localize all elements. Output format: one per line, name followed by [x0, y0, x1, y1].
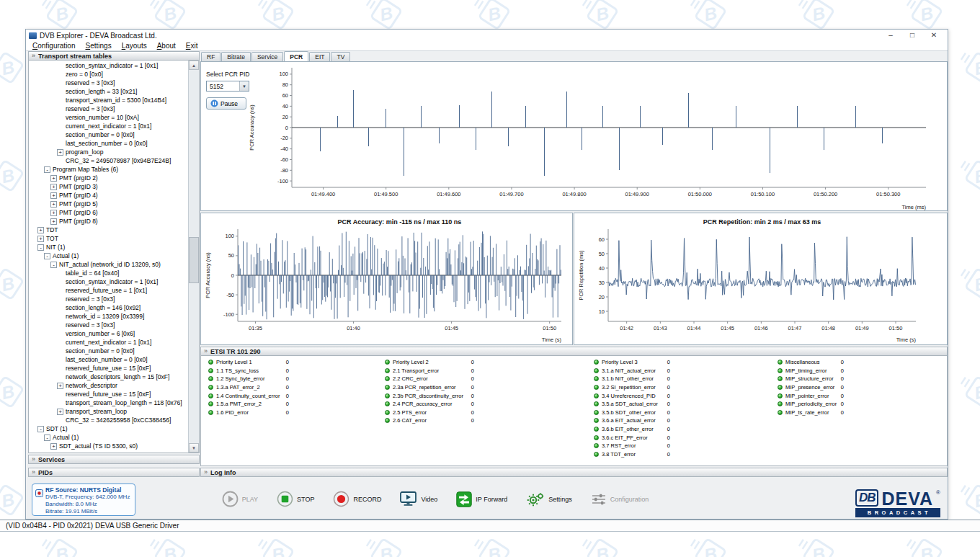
tree-item[interactable]: +TDT — [29, 226, 188, 234]
minimize-button[interactable] — [886, 31, 896, 40]
tree-item[interactable]: network_descriptors_length = 15 [0xF] — [29, 373, 188, 381]
tree-item[interactable]: reserved_future_use = 15 [0xF] — [29, 364, 188, 373]
pcr-pid-select[interactable]: 5152 — [206, 81, 249, 92]
tab-bitrate[interactable]: Bitrate — [221, 52, 251, 61]
pids-panel-header[interactable]: PIDs — [28, 468, 200, 477]
tab-pcr[interactable]: PCR — [284, 51, 308, 61]
tree-item[interactable]: +network_descriptor — [29, 381, 188, 390]
tree-scrollbar[interactable] — [188, 61, 199, 453]
tree-expand-icon[interactable]: + — [37, 227, 44, 233]
tree-item[interactable]: section_number = 0 [0x0] — [29, 130, 188, 139]
tree-item[interactable]: network_id = 13209 [0x3399] — [29, 312, 188, 321]
tree-expand-icon[interactable]: + — [37, 236, 44, 242]
tree-expand-icon[interactable]: + — [57, 383, 63, 389]
log-info-header[interactable]: Log Info — [200, 468, 948, 477]
toolbar-ip-forward-button[interactable]: IP Forward — [456, 491, 507, 507]
tree-expand-icon[interactable]: + — [50, 218, 57, 225]
tree-item[interactable]: CRC_32 = 3426255958 [0xCC388456] — [29, 416, 188, 424]
expand-chevron-icon — [204, 469, 208, 476]
tree-item[interactable]: +PMT (prgID 6) — [29, 208, 188, 217]
tree-expand-icon[interactable]: - — [37, 244, 44, 251]
tree-item[interactable]: section_syntax_indicator = 1 [0x1] — [29, 61, 188, 70]
menu-item-layouts[interactable]: Layouts — [117, 42, 152, 50]
toolbar-settings-button[interactable]: Settings — [526, 491, 572, 507]
tree-item[interactable]: transport_stream_loop_length = 118 [0x76… — [29, 398, 188, 407]
toolbar-record-button[interactable]: RECORD — [333, 491, 381, 507]
maximize-button[interactable] — [907, 31, 917, 40]
tab-tv[interactable]: TV — [331, 52, 350, 61]
tree-item[interactable]: section_syntax_indicator = 1 [0x1] — [29, 277, 188, 286]
toolbar-stop-button[interactable]: STOP — [277, 491, 314, 507]
tree-item[interactable]: -SDT (1) — [29, 424, 188, 433]
tree-item[interactable]: version_number = 10 [0xA] — [29, 113, 188, 122]
tree-item[interactable]: reserved_future_use = 15 [0xF] — [29, 390, 188, 398]
toolbar-video-button[interactable]: Video — [400, 491, 437, 507]
etsi-item: 3.6.c EIT_PF_error0 — [594, 433, 670, 442]
menu-item-settings[interactable]: Settings — [81, 42, 117, 50]
tree-item[interactable]: +TOT — [29, 234, 188, 243]
menu-item-about[interactable]: About — [152, 42, 181, 50]
tree-item[interactable]: +SDT_actual (TS ID 5300, s0) — [29, 442, 188, 450]
log-info-label: Log Info — [210, 469, 236, 476]
tree-item[interactable]: version_number = 6 [0x6] — [29, 329, 188, 338]
tree-item[interactable]: -NIT_actual (network_id ID 13209, s0) — [29, 260, 188, 269]
scroll-down-icon[interactable] — [189, 443, 199, 453]
tree-item[interactable]: reserved_future_use = 1 [0x1] — [29, 286, 188, 295]
tree-item[interactable]: +program_loop — [29, 148, 188, 156]
tree-item[interactable]: section_length = 146 [0x92] — [29, 303, 188, 312]
tree-expand-icon[interactable]: - — [37, 426, 44, 432]
tree-expand-icon[interactable]: + — [50, 175, 57, 182]
tree-item[interactable]: -Actual (1) — [29, 251, 188, 260]
transport-stream-tables-header[interactable]: Transport stream tables — [28, 51, 200, 61]
tree-item[interactable]: section_length = 33 [0x21] — [29, 87, 188, 96]
tree-item[interactable]: reserved = 3 [0x3] — [29, 321, 188, 329]
tree-expand-icon[interactable]: - — [44, 166, 50, 173]
tree-item[interactable]: CRC_32 = 2495078987 [0x94B7E24B] — [29, 156, 188, 165]
menu-item-configuration[interactable]: Configuration — [27, 42, 81, 50]
tree-item[interactable]: +PMT (prgID 2) — [29, 174, 188, 182]
tree-expand-icon[interactable]: + — [50, 184, 57, 190]
tree-expand-icon[interactable]: + — [50, 201, 57, 208]
tree-item[interactable]: -NIT (1) — [29, 243, 188, 251]
tree-item[interactable]: zero = 0 [0x0] — [29, 70, 188, 79]
tree-item[interactable]: last_section_number = 0 [0x0] — [29, 139, 188, 148]
tree-item[interactable]: reserved = 3 [0x3] — [29, 79, 188, 87]
services-panel-header[interactable]: Services — [28, 455, 200, 464]
menu-item-exit[interactable]: Exit — [181, 42, 203, 50]
tree-item[interactable]: +PMT (prgID 3) — [29, 182, 188, 191]
tab-eit[interactable]: EIT — [309, 52, 330, 61]
scroll-thumb[interactable] — [189, 237, 199, 283]
tree-item[interactable]: current_next_indicator = 1 [0x1] — [29, 338, 188, 347]
tab-service[interactable]: Service — [251, 52, 283, 61]
scroll-up-icon[interactable] — [189, 61, 199, 70]
close-button[interactable] — [929, 31, 939, 40]
pause-button[interactable]: Pause — [206, 97, 246, 110]
tree-item[interactable]: table_id = 64 [0x40] — [29, 269, 188, 277]
tree-expand-icon[interactable]: + — [50, 192, 57, 199]
status-led-icon — [778, 385, 783, 390]
ip-forward-icon — [456, 491, 472, 507]
tree-expand-icon[interactable]: - — [44, 253, 50, 259]
etsi-panel-header[interactable]: ETSI TR 101 290 — [200, 347, 948, 356]
tree-item[interactable]: +transport_stream_loop — [29, 407, 188, 416]
tree-item[interactable]: +PMT (prgID 4) — [29, 191, 188, 200]
tree-expand-icon[interactable]: - — [50, 262, 57, 268]
tree-item[interactable]: reserved = 3 [0x3] — [29, 104, 188, 113]
tree-item[interactable]: section_number = 0 [0x0] — [29, 347, 188, 355]
deva-watermark-logo: B — [958, 153, 980, 201]
tree-item[interactable]: +PMT (prgID 8) — [29, 217, 188, 226]
tree-item[interactable]: -Actual (1) — [29, 433, 188, 442]
tree-expand-icon[interactable]: + — [50, 443, 57, 450]
tree-item[interactable]: -Program Map Tables (6) — [29, 165, 188, 174]
pcr-accuracy-history-panel: PCR Accuracy: min -115 ns / max 110 ns10… — [200, 213, 573, 345]
tree-expand-icon[interactable]: - — [44, 435, 50, 441]
tree-expand-icon[interactable]: + — [50, 210, 57, 216]
tree-expand-icon[interactable]: + — [57, 409, 63, 415]
tree-item[interactable]: transport_stream_id = 5300 [0x14B4] — [29, 96, 188, 104]
tree-expand-icon[interactable]: + — [57, 149, 63, 156]
tree-item[interactable]: +PMT (prgID 5) — [29, 200, 188, 208]
tree-item[interactable]: current_next_indicator = 1 [0x1] — [29, 122, 188, 130]
tree-item[interactable]: reserved = 3 [0x3] — [29, 295, 188, 303]
tree-item[interactable]: last_section_number = 0 [0x0] — [29, 355, 188, 364]
tab-rf[interactable]: RF — [201, 52, 220, 61]
